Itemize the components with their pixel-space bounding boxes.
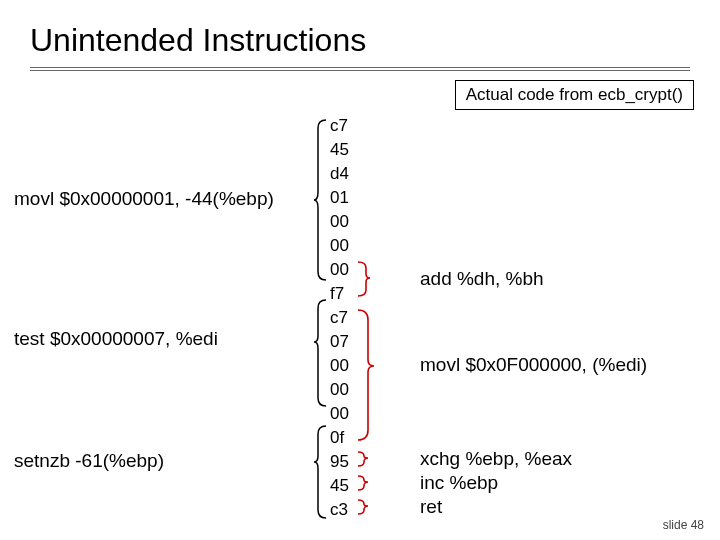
byte: 95 xyxy=(330,450,349,474)
byte: 45 xyxy=(330,138,349,162)
title-rule xyxy=(30,67,690,71)
slide-number: slide 48 xyxy=(663,518,704,532)
unintended-instr-5: ret xyxy=(420,496,442,518)
byte: f7 xyxy=(330,282,349,306)
byte: 45 xyxy=(330,474,349,498)
byte: 07 xyxy=(330,330,349,354)
unintended-instr-2: movl $0x0F000000, (%edi) xyxy=(420,354,647,376)
byte: 00 xyxy=(330,354,349,378)
intended-instr-2: test $0x00000007, %edi xyxy=(14,328,218,350)
byte: c3 xyxy=(330,498,349,522)
intended-instr-1: movl $0x00000001, -44(%ebp) xyxy=(14,188,274,210)
byte: 00 xyxy=(330,378,349,402)
byte: 01 xyxy=(330,186,349,210)
byte: c7 xyxy=(330,306,349,330)
byte: 0f xyxy=(330,426,349,450)
byte: 00 xyxy=(330,258,349,282)
byte: 00 xyxy=(330,210,349,234)
byte: c7 xyxy=(330,114,349,138)
source-label: Actual code from ecb_crypt() xyxy=(455,80,694,110)
slide: Unintended Instructions Actual code from… xyxy=(0,0,720,540)
unintended-instr-3: xchg %ebp, %eax xyxy=(420,448,572,470)
byte: 00 xyxy=(330,402,349,426)
intended-instr-3: setnzb -61(%ebp) xyxy=(14,450,164,472)
page-title: Unintended Instructions xyxy=(0,0,720,61)
byte: 00 xyxy=(330,234,349,258)
byte-column: c7 45 d4 01 00 00 00 f7 c7 07 00 00 00 0… xyxy=(330,114,349,522)
unintended-instr-4: inc %ebp xyxy=(420,472,498,494)
byte: d4 xyxy=(330,162,349,186)
unintended-instr-1: add %dh, %bh xyxy=(420,268,544,290)
